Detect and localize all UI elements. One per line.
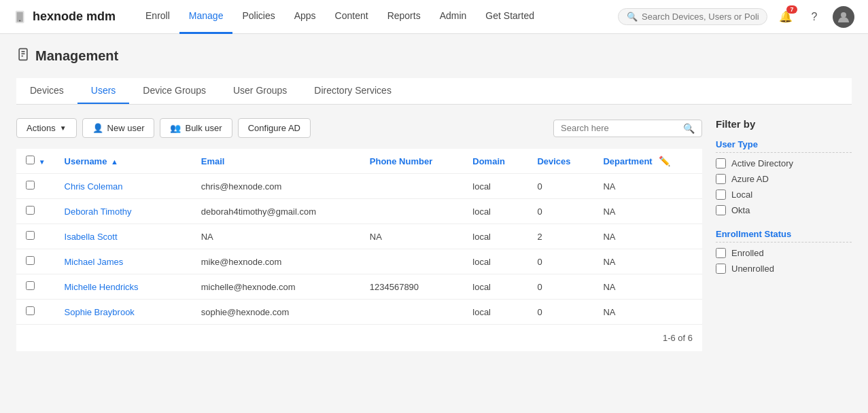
select-all-checkbox[interactable] [26,156,35,164]
filter-enrolled[interactable]: Enrolled [716,248,852,258]
content-area: Actions ▼ 👤 New user 👥 Bulk user Configu… [16,118,852,351]
row-devices-5: 0 [527,300,593,325]
row-select-4[interactable] [26,281,35,290]
row-username-0: Chris Coleman [55,174,192,199]
row-select-3[interactable] [26,256,35,265]
user-avatar[interactable] [833,6,854,28]
filter-active-directory-checkbox[interactable] [716,158,726,168]
user-link-3[interactable]: Michael James [65,257,124,267]
table-row: Michael James mike@hexnode.com local 0 N… [16,249,702,274]
row-department-3: NA [593,249,702,274]
bulk-user-button[interactable]: 👥 Bulk user [160,118,232,138]
header-checkbox-col: ▼ [16,149,55,174]
row-devices-1: 0 [527,199,593,224]
row-select-2[interactable] [26,231,35,240]
bulk-user-label: Bulk user [185,123,222,133]
header-devices: Devices [527,149,593,174]
global-search-box[interactable]: 🔍 [618,8,767,25]
nav-item-content[interactable]: Content [326,0,378,34]
configure-ad-button[interactable]: Configure AD [238,118,311,138]
table-search-icon: 🔍 [683,123,695,134]
header-phone: Phone Number [360,149,463,174]
table-row: Chris Coleman chris@hexnode.com local 0 … [16,174,702,199]
actions-button[interactable]: Actions ▼ [16,118,77,138]
nav-item-policies[interactable]: Policies [232,0,284,34]
row-username-2: Isabella Scott [55,224,192,249]
table-search-input[interactable] [561,123,683,133]
table-row: Deborah Timothy deborah4timothy@gmail.co… [16,199,702,224]
department-label: Department [603,156,652,166]
filter-okta[interactable]: Okta [716,205,852,215]
tab-user-groups[interactable]: User Groups [220,78,300,104]
filter-okta-checkbox[interactable] [716,205,726,215]
row-checkbox-4 [16,274,55,300]
filter-azure-ad[interactable]: Azure AD [716,174,852,184]
nav-item-reports[interactable]: Reports [378,0,430,34]
filter-unenrolled[interactable]: Unenrolled [716,264,852,274]
row-domain-1: local [463,199,527,224]
table-row: Michelle Hendricks michelle@hexnode.com … [16,274,702,300]
nav-item-get-started[interactable]: Get Started [476,0,544,34]
search-icon: 🔍 [627,12,638,22]
management-icon [16,48,30,65]
filter-azure-ad-checkbox[interactable] [716,174,726,184]
svg-point-3 [841,12,846,18]
department-edit-icon[interactable]: ✏️ [659,156,670,166]
user-link-0[interactable]: Chris Coleman [65,181,123,192]
filter-okta-label: Okta [731,205,750,215]
header-dropdown-icon[interactable]: ▼ [39,158,46,166]
row-select-5[interactable] [26,306,35,315]
row-domain-2: local [463,224,527,249]
avatar-icon [837,10,850,24]
user-link-5[interactable]: Sophie Braybrook [65,307,135,317]
row-checkbox-1 [16,199,55,224]
row-phone-1 [360,199,463,224]
new-user-icon: 👤 [92,123,103,133]
row-domain-0: local [463,174,527,199]
sort-asc-icon: ▲ [111,158,118,166]
top-navigation: hexnode mdm Enroll Manage Policies Apps … [0,0,868,34]
filter-active-directory[interactable]: Active Directory [716,158,852,168]
header-username[interactable]: Username ▲ [55,149,192,174]
row-checkbox-0 [16,174,55,199]
tab-users[interactable]: Users [77,78,130,104]
table-header-row: ▼ Username ▲ Email Phone Number Domain D… [16,149,702,174]
row-select-1[interactable] [26,206,35,215]
row-department-4: NA [593,274,702,300]
filter-sidebar: Filter by User Type Active Directory Azu… [716,118,852,351]
tabs-bar: Devices Users Device Groups User Groups … [16,78,852,105]
filter-local-checkbox[interactable] [716,190,726,200]
logo[interactable]: hexnode mdm [14,10,116,24]
filter-local-label: Local [731,190,752,200]
user-link-1[interactable]: Deborah Timothy [65,206,132,217]
row-email-2: NA [192,224,360,249]
filter-enrolled-checkbox[interactable] [716,248,726,258]
header-domain: Domain [463,149,527,174]
tab-directory-services[interactable]: Directory Services [300,78,405,104]
filter-unenrolled-checkbox[interactable] [716,264,726,274]
actions-caret-icon: ▼ [60,124,67,132]
notifications-button[interactable]: 🔔 7 [776,7,796,27]
tab-device-groups[interactable]: Device Groups [129,78,220,104]
row-email-0: chris@hexnode.com [192,174,360,199]
nav-item-enroll[interactable]: Enroll [136,0,179,34]
row-checkbox-3 [16,249,55,274]
nav-item-admin[interactable]: Admin [430,0,476,34]
nav-item-apps[interactable]: Apps [285,0,326,34]
user-link-2[interactable]: Isabella Scott [65,232,118,242]
user-link-4[interactable]: Michelle Hendricks [65,282,139,292]
nav-item-manage[interactable]: Manage [179,0,233,34]
filter-local[interactable]: Local [716,190,852,200]
tab-devices[interactable]: Devices [16,78,77,104]
row-checkbox-5 [16,300,55,325]
row-domain-5: local [463,300,527,325]
pagination: 1-6 of 6 [16,325,702,351]
global-search-input[interactable] [642,12,759,22]
toolbar: Actions ▼ 👤 New user 👥 Bulk user Configu… [16,118,702,138]
row-devices-2: 2 [527,224,593,249]
help-button[interactable]: ? [804,7,824,27]
row-email-1: deborah4timothy@gmail.com [192,199,360,224]
table-search-box[interactable]: 🔍 [553,120,702,137]
new-user-button[interactable]: 👤 New user [82,118,155,138]
row-select-0[interactable] [26,181,35,190]
